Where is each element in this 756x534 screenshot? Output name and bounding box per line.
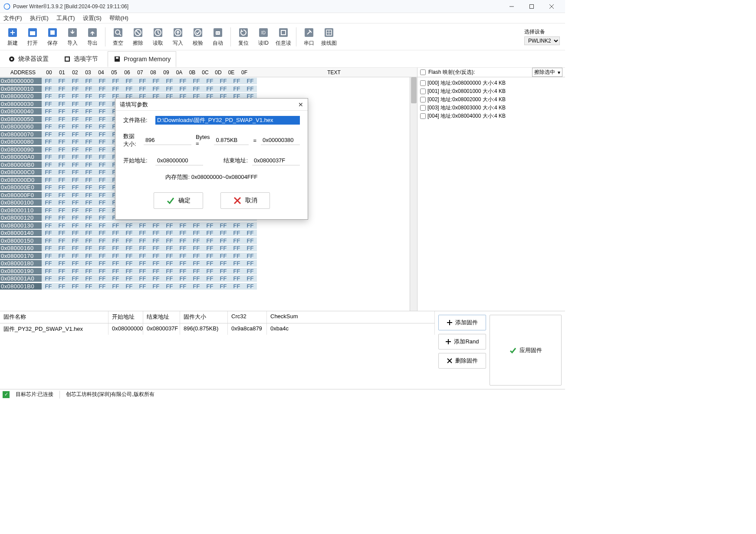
hex-byte: FF [203, 230, 217, 236]
hex-row[interactable]: 0x08000160FFFFFFFFFFFFFFFFFFFFFFFFFFFFFF… [0, 244, 417, 252]
hex-byte: FF [190, 268, 203, 274]
add-firmware-button[interactable]: 添加固件 [438, 315, 486, 330]
hex-byte: FF [55, 237, 69, 244]
hex-row[interactable]: 0x08000190FFFFFFFFFFFFFFFFFFFFFFFFFFFFFF… [0, 267, 417, 275]
hex-row[interactable]: 0x08000000FFFFFFFFFFFFFFFFFFFFFFFFFFFFFF… [0, 77, 417, 85]
hex-byte: FF [190, 222, 203, 229]
flash-item[interactable]: [001] 地址:0x08001000 大小:4 KB [420, 87, 562, 96]
add-rand-button[interactable]: 添加Rand [438, 334, 486, 349]
hex-row[interactable]: 0x08000140FFFFFFFFFFFFFFFFFFFFFFFFFFFFFF… [0, 229, 417, 237]
hex-byte: FF [95, 245, 109, 251]
hex-byte: FF [176, 230, 190, 236]
flash-item-checkbox[interactable] [420, 80, 426, 86]
hex-byte: FF [122, 222, 136, 229]
hex-row[interactable]: 0x08000010FFFFFFFFFFFFFFFFFFFFFFFFFFFFFF… [0, 85, 417, 93]
hex-address: 0x080000A0 [0, 154, 42, 160]
start-addr-input[interactable] [155, 156, 203, 165]
hex-scrollbar[interactable] [410, 77, 417, 311]
hex-byte: FF [217, 237, 230, 244]
hex-byte: FF [69, 86, 82, 92]
apply-firmware-button[interactable]: 应用固件 [490, 315, 562, 386]
scrollbar-thumb[interactable] [411, 77, 417, 103]
id-icon: ID [257, 26, 270, 39]
device-select[interactable]: PWLINK2 [524, 36, 560, 45]
hex-byte: FF [55, 199, 69, 206]
hex-row[interactable]: 0x08000130FFFFFFFFFFFFFFFFFFFFFFFFFFFFFF… [0, 222, 417, 230]
size-hex-input[interactable] [261, 135, 300, 145]
hex-byte: FF [42, 268, 55, 274]
hex-byte: FF [163, 275, 176, 282]
close-button[interactable] [542, 0, 562, 13]
hex-byte: FF [82, 146, 95, 153]
hex-col-header: 0A [173, 69, 186, 76]
flash-item[interactable]: [000] 地址:0x08000000 大小:4 KB [420, 79, 562, 87]
new-button[interactable]: 新建 [3, 25, 23, 49]
hex-row[interactable]: 0x08000170FFFFFFFFFFFFFFFFFFFFFFFFFFFFFF… [0, 252, 417, 260]
hex-address: 0x08000050 [0, 116, 42, 122]
hex-byte: FF [109, 245, 122, 251]
hex-address: 0x08000090 [0, 146, 42, 153]
menu-tool[interactable]: 工具(T) [56, 14, 75, 22]
flash-item[interactable]: [004] 地址:0x08004000 大小:4 KB [420, 112, 562, 120]
path-input[interactable] [155, 116, 300, 125]
flash-item-checkbox[interactable] [420, 105, 426, 111]
hex-byte: FF [176, 283, 190, 290]
flash-item-checkbox[interactable] [420, 113, 426, 119]
x-icon [447, 358, 453, 364]
firmware-section: 固件名称 开始地址 结束地址 固件大小 Crc32 CheckSum 固件_PY… [0, 311, 565, 389]
hex-address: 0x08000080 [0, 138, 42, 145]
open-button[interactable]: 打开 [23, 25, 43, 49]
tab-option[interactable]: 选项字节 [58, 52, 103, 66]
minimize-button[interactable] [502, 0, 522, 13]
firmware-row[interactable]: 固件_PY32_PD_SWAP_V1.hex 0x08000000 0x0800… [0, 323, 435, 335]
dialog-close-button[interactable]: ✕ [298, 101, 303, 108]
hex-byte: FF [69, 199, 82, 206]
dialog-cancel-button[interactable]: 取消 [220, 192, 270, 209]
reset-button[interactable]: 复位 [233, 25, 253, 49]
size-kb-input[interactable] [214, 135, 249, 145]
size-bytes-input[interactable] [144, 135, 191, 145]
hex-byte: FF [82, 116, 95, 122]
erase-button[interactable]: 擦除 [128, 25, 148, 49]
hex-byte: FF [95, 108, 109, 115]
flash-selectall-checkbox[interactable] [420, 69, 426, 75]
delete-firmware-button[interactable]: 删除固件 [438, 353, 486, 369]
write-button[interactable]: 写入 [168, 25, 188, 49]
read-button[interactable]: 读取 [148, 25, 168, 49]
flash-action-combo[interactable]: 擦除选中▾ [532, 68, 562, 77]
dialog-ok-button[interactable]: 确定 [154, 192, 203, 209]
hex-row[interactable]: 0x080001A0FFFFFFFFFFFFFFFFFFFFFFFFFFFFFF… [0, 275, 417, 283]
menu-exec[interactable]: 执行(E) [30, 14, 49, 22]
hex-byte: FF [82, 245, 95, 251]
tab-memory[interactable]: Program Memory [108, 51, 176, 67]
readid-button[interactable]: ID读ID [253, 25, 273, 49]
hex-row[interactable]: 0x08000180FFFFFFFFFFFFFFFFFFFFFFFFFFFFFF… [0, 260, 417, 267]
hex-byte: FF [136, 268, 149, 274]
flash-item-checkbox[interactable] [420, 89, 426, 94]
hex-byte: FF [55, 101, 69, 107]
import-button[interactable]: 导入 [62, 25, 82, 49]
hex-byte: FF [82, 253, 95, 259]
flash-item[interactable]: [003] 地址:0x08003000 大小:4 KB [420, 104, 562, 112]
hex-byte: FF [243, 245, 257, 251]
verify-button[interactable]: 校验 [188, 25, 208, 49]
blank-check-button[interactable]: 查空 [108, 25, 128, 49]
menu-set[interactable]: 设置(S) [83, 14, 102, 22]
export-button[interactable]: 导出 [82, 25, 102, 49]
wiring-button[interactable]: 接线图 [319, 25, 339, 49]
save-button[interactable]: 保存 [43, 25, 62, 49]
auto-button[interactable]: 自动 [208, 25, 228, 49]
maximize-button[interactable] [522, 0, 542, 13]
flash-item-checkbox[interactable] [420, 97, 426, 102]
flash-item[interactable]: [002] 地址:0x08002000 大小:4 KB [420, 96, 562, 104]
anyread-button[interactable]: 任意读 [273, 25, 293, 49]
hex-col-header: 06 [121, 69, 134, 76]
serial-button[interactable]: 串口 [299, 25, 319, 49]
end-addr-input[interactable] [252, 156, 300, 165]
menu-file[interactable]: 文件(F) [3, 14, 22, 22]
hex-row[interactable]: 0x08000150FFFFFFFFFFFFFFFFFFFFFFFFFFFFFF… [0, 237, 417, 245]
hex-col-header: 0C [199, 69, 212, 76]
hex-row[interactable]: 0x080001B0FFFFFFFFFFFFFFFFFFFFFFFFFFFFFF… [0, 283, 417, 290]
menu-help[interactable]: 帮助(H) [109, 14, 128, 22]
tab-burner[interactable]: 烧录器设置 [3, 52, 54, 66]
